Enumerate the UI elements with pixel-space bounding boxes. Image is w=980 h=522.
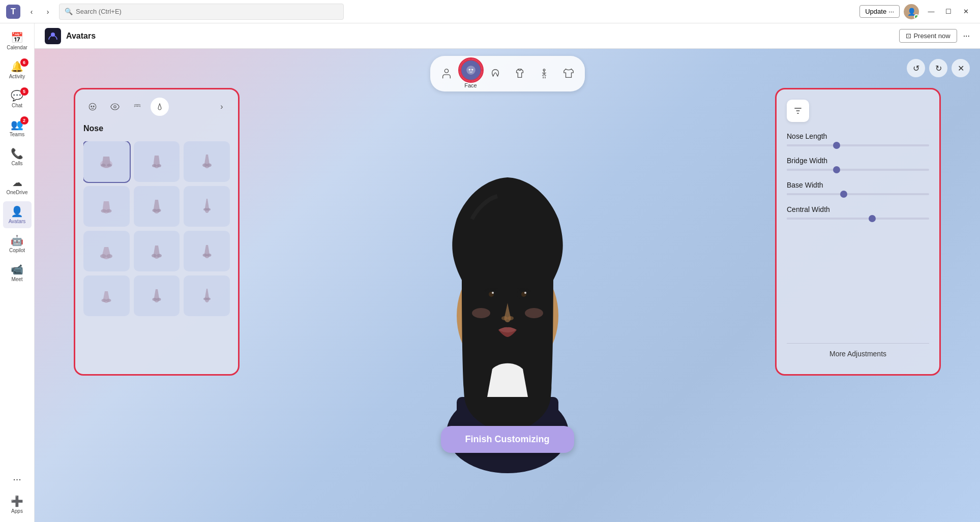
more-adjustments-button[interactable]: More Adjustments [787,343,929,364]
tab-next[interactable]: › [214,99,230,115]
sidebar-label-activity: Activity [9,74,25,79]
nose-item-12[interactable] [184,275,230,316]
search-icon: 🔍 [65,8,73,15]
svg-point-23 [100,254,106,258]
svg-point-26 [157,254,162,258]
svg-point-20 [156,209,161,212]
finish-customizing-button[interactable]: Finish Customizing [441,426,574,453]
slider-central-width-track[interactable] [787,218,929,220]
slider-nose-length-thumb[interactable] [833,142,840,149]
update-button[interactable]: Update ··· [859,5,900,18]
sidebar-item-copilot[interactable]: 🤖 Copilot [3,230,32,257]
online-indicator [914,14,919,19]
tool-btn-body[interactable] [435,63,458,85]
svg-point-30 [106,299,111,302]
window-controls: — ☐ ✕ [923,5,974,19]
sidebar-item-more[interactable]: ··· [3,469,32,489]
nose-item-9[interactable] [184,231,230,271]
svg-point-32 [156,298,161,301]
sidebar-item-apps[interactable]: ➕ Apps [3,491,32,518]
app-title: Avatars [66,32,96,41]
apps-icon: ➕ [11,495,23,507]
sidebar-item-calendar[interactable]: 📅 Calendar [3,27,32,54]
svg-point-44 [524,292,526,294]
svg-point-12 [107,164,112,167]
slider-central-width: Central Width [787,205,929,220]
slider-central-width-thumb[interactable] [869,215,876,222]
tab-eyes[interactable] [106,98,124,116]
tool-btn-pose[interactable] [533,63,555,85]
nose-item-4[interactable] [83,186,130,227]
tool-btn-face[interactable] [460,59,482,81]
meet-icon: 📹 [11,263,23,275]
svg-point-16 [206,164,212,167]
undo-button[interactable]: ↺ [907,59,925,77]
app-body: 📅 Calendar 🔔 Activity 6 💬 Chat 5 👥 Teams… [0,23,980,522]
svg-point-46 [508,316,514,320]
calendar-icon: 📅 [11,32,23,44]
svg-point-6 [89,103,96,110]
app-header-right: ⊡ Present now ··· [899,29,970,43]
svg-point-11 [101,164,106,167]
nose-item-5[interactable] [134,186,180,227]
tool-btn-hair[interactable] [484,63,507,85]
search-placeholder: Search (Ctrl+E) [76,8,122,15]
sidebar-item-calls[interactable]: 📞 Calls [3,143,32,170]
slider-nose-length-track[interactable] [787,144,929,146]
sidebar-item-onedrive[interactable]: ☁ OneDrive [3,172,32,199]
sidebar-label-teams: Teams [10,132,24,137]
sidebar-label-calls: Calls [11,161,22,166]
right-panel: Nose Length Bridge Width Base Width [777,89,939,374]
slider-bridge-width-thumb[interactable] [833,166,840,173]
nose-item-10[interactable] [83,275,130,316]
maximize-button[interactable]: ☐ [940,5,957,19]
slider-base-width-track[interactable] [787,193,929,195]
calls-icon: 📞 [11,147,23,160]
nose-item-8[interactable] [134,231,180,271]
svg-point-28 [206,254,211,257]
present-now-button[interactable]: ⊡ Present now [899,29,957,43]
svg-point-47 [472,308,490,318]
app-more-button[interactable]: ··· [963,32,970,41]
sidebar-item-activity[interactable]: 🔔 Activity 6 [3,56,32,83]
sidebar-item-avatars[interactable]: 👤 Avatars [3,201,32,228]
nose-item-1[interactable] [83,141,130,182]
sidebar-item-chat[interactable]: 💬 Chat 5 [3,85,32,112]
nose-item-7[interactable] [83,231,130,271]
slider-base-width-thumb[interactable] [840,191,847,198]
tab-eyebrows[interactable] [128,98,146,116]
sidebar-item-teams[interactable]: 👥 Teams 2 [3,114,32,141]
svg-point-3 [469,69,470,70]
redo-button[interactable]: ↻ [929,59,947,77]
svg-point-4 [471,69,472,70]
search-bar[interactable]: 🔍 Search (Ctrl+E) [59,4,344,20]
sidebar-label-calendar: Calendar [7,45,27,50]
minimize-button[interactable]: — [923,5,939,19]
svg-point-2 [466,66,475,75]
svg-point-14 [157,164,161,167]
tool-pill: Face [430,56,585,91]
slider-bridge-width: Bridge Width [787,157,929,171]
nose-item-6[interactable] [184,186,230,227]
tool-btn-outfit[interactable] [509,63,531,85]
nav-controls: ‹ › [24,5,55,19]
forward-button[interactable]: › [41,5,55,19]
nose-item-3[interactable] [184,141,230,182]
window-close-button[interactable]: ✕ [958,5,974,19]
teams-badge: 2 [20,116,28,125]
tool-btn-clothing[interactable] [557,63,580,85]
editor-close-button[interactable]: ✕ [952,59,970,77]
slider-bridge-width-track[interactable] [787,169,929,171]
titlebar-right: Update ··· 👤 — ☐ ✕ [859,4,974,19]
more-icon: ··· [13,473,21,485]
back-button[interactable]: ‹ [24,5,39,19]
nose-item-11[interactable] [134,275,180,316]
face-btn-wrapper: Face [460,59,482,88]
nose-item-2[interactable] [134,141,180,182]
tab-nose[interactable] [151,98,169,116]
tab-face-shape[interactable] [83,98,102,116]
titlebar: T ‹ › 🔍 Search (Ctrl+E) Update ··· 👤 — ☐… [0,0,980,23]
sidebar-item-meet[interactable]: 📹 Meet [3,259,32,286]
svg-point-48 [525,308,543,318]
filter-button[interactable] [787,100,809,122]
